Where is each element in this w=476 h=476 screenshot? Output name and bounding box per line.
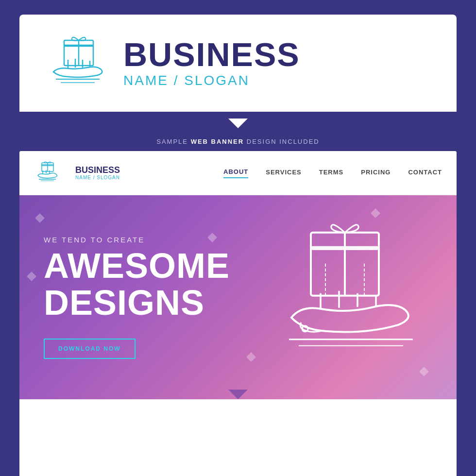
hero-subtitle: WE TEND TO CREATE	[44, 236, 248, 244]
nav-logo-text: BUSINESS NAME / SLOGAN	[75, 166, 120, 181]
hero-title: AWESOME DESIGNS	[44, 248, 248, 321]
hero-section: WE TEND TO CREATE AWESOME DESIGNS DOWNLO…	[19, 195, 457, 399]
page-wrapper: BUSINESS NAME / SLOGAN SAMPLE WEB BANNER…	[0, 0, 476, 476]
nav-link-about[interactable]: ABOUT	[223, 168, 248, 178]
nav-link-contact[interactable]: CONTACT	[408, 169, 442, 178]
nav-links: ABOUT SERVICES TERMS PRICING CONTACT	[223, 168, 442, 178]
top-arrow-divider	[19, 112, 457, 133]
hero-arrow-icon	[228, 390, 248, 399]
diamond-decoration	[246, 352, 256, 362]
nav-link-terms[interactable]: TERMS	[319, 169, 344, 178]
hero-gift-icon	[262, 211, 418, 368]
navbar: BUSINESS NAME / SLOGAN ABOUT SERVICES TE…	[19, 151, 457, 195]
business-name-large: BUSINESS	[123, 38, 300, 71]
nav-logo-icon	[34, 160, 61, 186]
business-slogan-large: NAME / SLOGAN	[123, 73, 300, 88]
sample-label: SAMPLE WEB BANNER DESIGN INCLUDED	[156, 133, 319, 151]
diamond-decoration	[419, 367, 429, 376]
nav-business-name: BUSINESS	[75, 166, 120, 175]
web-preview-card: BUSINESS NAME / SLOGAN ABOUT SERVICES TE…	[19, 151, 457, 476]
nav-link-pricing[interactable]: PRICING	[361, 169, 391, 178]
arrow-down-icon	[228, 119, 248, 128]
nav-link-services[interactable]: SERVICES	[266, 169, 302, 178]
logo-text-large: BUSINESS NAME / SLOGAN	[123, 38, 300, 88]
hero-content: WE TEND TO CREATE AWESOME DESIGNS DOWNLO…	[44, 236, 248, 359]
nav-business-slogan: NAME / SLOGAN	[75, 175, 120, 180]
logo-banner: BUSINESS NAME / SLOGAN	[19, 15, 457, 112]
download-button[interactable]: DOWNLOAD NOW	[44, 339, 136, 359]
logo-icon-large	[44, 31, 112, 96]
diamond-decoration	[27, 272, 36, 281]
diamond-decoration	[35, 213, 45, 223]
